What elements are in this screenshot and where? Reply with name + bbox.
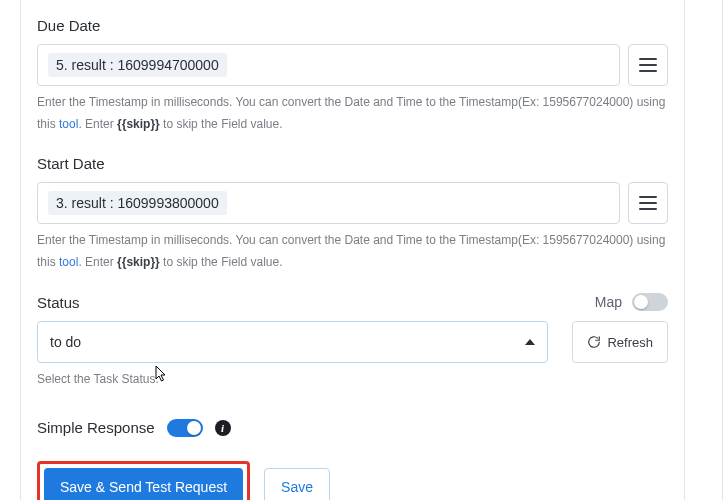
due-date-group: Due Date 5. result : 1609994700000 Enter… <box>37 17 668 135</box>
button-row: Save & Send Test Request Save <box>37 461 668 500</box>
tool-link[interactable]: tool <box>59 117 78 131</box>
refresh-button[interactable]: Refresh <box>572 321 668 363</box>
due-date-hint: Enter the Timestamp in milliseconds. You… <box>37 92 668 135</box>
start-date-menu-button[interactable] <box>628 182 668 224</box>
simple-response-row: Simple Response i <box>37 419 668 437</box>
info-icon[interactable]: i <box>215 420 231 436</box>
map-label: Map <box>595 294 622 310</box>
due-date-menu-button[interactable] <box>628 44 668 86</box>
due-date-token: 5. result : 1609994700000 <box>48 53 227 77</box>
due-date-label: Due Date <box>37 17 668 34</box>
hamburger-icon <box>639 196 657 210</box>
map-toggle[interactable] <box>632 293 668 311</box>
start-date-hint: Enter the Timestamp in milliseconds. You… <box>37 230 668 273</box>
status-group: Status Map to do Refresh Select the Task… <box>37 293 668 391</box>
save-button[interactable]: Save <box>264 468 330 500</box>
caret-up-icon <box>525 339 535 345</box>
simple-response-toggle[interactable] <box>167 419 203 437</box>
right-panel-edge <box>722 0 726 500</box>
start-date-label: Start Date <box>37 155 668 172</box>
status-select[interactable]: to do <box>37 321 548 363</box>
form-panel: Enter Priority. Due Date 5. result : 160… <box>20 0 685 500</box>
start-date-input[interactable]: 3. result : 1609993800000 <box>37 182 620 224</box>
status-hint: Select the Task Status. <box>37 369 668 391</box>
hamburger-icon <box>639 58 657 72</box>
refresh-icon <box>587 335 601 349</box>
start-date-token: 3. result : 1609993800000 <box>48 191 227 215</box>
highlight-box: Save & Send Test Request <box>37 461 250 500</box>
save-send-test-button[interactable]: Save & Send Test Request <box>44 468 243 500</box>
status-label: Status <box>37 294 80 311</box>
start-date-group: Start Date 3. result : 1609993800000 Ent… <box>37 155 668 273</box>
tool-link[interactable]: tool <box>59 255 78 269</box>
simple-response-label: Simple Response <box>37 419 155 436</box>
status-value: to do <box>50 334 81 350</box>
due-date-input[interactable]: 5. result : 1609994700000 <box>37 44 620 86</box>
